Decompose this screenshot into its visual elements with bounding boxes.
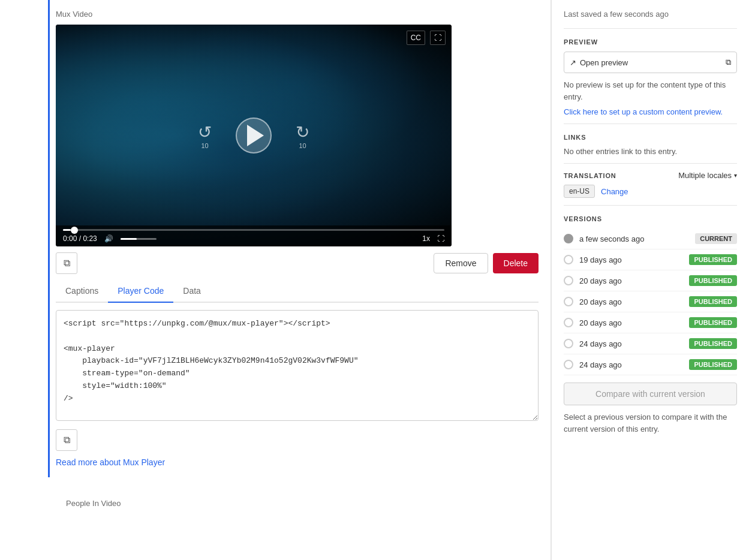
forward-10-button[interactable]: ↻ 10 [296,122,309,149]
replay-label: 10 [201,142,208,149]
action-buttons: Remove Delete [434,253,539,273]
change-locale-link[interactable]: Change [601,187,628,196]
tab-captions[interactable]: Captions [56,280,108,303]
play-button[interactable] [236,118,272,153]
divider-3 [564,163,737,164]
version-time-4: 20 days ago [579,297,622,306]
locale-row: en-US Change [564,185,737,198]
version-time-6: 24 days ago [579,339,622,348]
locale-tag: en-US [564,185,595,198]
translation-heading: TRANSLATION [564,172,616,179]
progress-dot [71,227,78,234]
multiple-locales-label: Multiple locales [678,171,732,180]
chevron-down-icon: ▾ [734,172,737,179]
tab-player-code[interactable]: Player Code [108,280,173,303]
replay-10-button[interactable]: ↺ 10 [198,122,212,149]
custom-preview-link[interactable]: Click here to set up a custom content pr… [564,107,723,116]
version-radio-7[interactable] [564,360,573,369]
version-time-7: 24 days ago [579,360,622,369]
open-preview-inner: ↗ Open preview [570,58,628,67]
version-item: 20 days ago PUBLISHED [564,312,737,333]
preview-heading: PREVIEW [564,38,737,46]
video-center-controls: ↺ 10 ↻ 10 [198,118,309,153]
read-more-link[interactable]: Read more about Mux Player [56,457,165,467]
version-item: 19 days ago PUBLISHED [564,249,737,270]
version-time-3: 20 days ago [579,276,622,285]
video-player: CC ⛶ ↺ 10 ↻ 10 [56,25,452,246]
play-icon [247,125,264,146]
controls-right: 1x ⛶ [422,234,444,243]
section-label: Mux Video [56,10,539,19]
volume-fill [121,238,137,240]
select-version-text: Select a previous version to compare it … [564,411,737,435]
version-time-1: a few seconds ago [579,234,644,243]
code-textarea[interactable]: <script src="https://unpkg.com/@mux/mux-… [56,310,539,421]
copy-button-below[interactable]: ⧉ [56,429,77,451]
volume-icon[interactable]: 🔊 [104,234,113,243]
version-radio-5[interactable] [564,318,573,327]
tab-data[interactable]: Data [173,280,210,303]
version-radio-4[interactable] [564,297,573,306]
version-time-2: 19 days ago [579,255,622,264]
left-panel: Mux Video CC ⛶ ↺ 10 [0,0,551,560]
version-left: 20 days ago [564,297,622,306]
versions-list: a few seconds ago CURRENT 19 days ago PU… [564,228,737,375]
badge-published-7: PUBLISHED [689,359,737,370]
forward-label: 10 [299,142,306,149]
version-item: 24 days ago PUBLISHED [564,354,737,375]
version-time-5: 20 days ago [579,318,622,327]
remove-button[interactable]: Remove [434,253,488,273]
controls-left: 0:00 / 0:23 🔊 [63,234,157,243]
speed-control[interactable]: 1x [422,234,430,243]
volume-slider[interactable] [121,238,157,240]
progress-fill [63,229,71,231]
copy-preview-icon: ⧉ [726,58,731,67]
video-top-controls: CC ⛶ [407,31,446,45]
copy-button-top[interactable]: ⧉ [56,252,77,274]
version-left: 24 days ago [564,339,622,348]
badge-published-5: PUBLISHED [689,317,737,328]
version-radio-2[interactable] [564,255,573,264]
multiple-locales-button[interactable]: Multiple locales ▾ [678,171,737,180]
tabs: Captions Player Code Data [56,280,539,303]
badge-current: CURRENT [695,233,737,244]
forward-icon: ↻ [296,122,309,142]
video-bottom-bar: 0:00 / 0:23 🔊 1x ⛶ [56,225,452,246]
external-link-icon: ↗ [570,58,576,67]
version-item: 24 days ago PUBLISHED [564,333,737,354]
version-left: 20 days ago [564,276,622,285]
right-panel: Last saved a few seconds ago PREVIEW ↗ O… [551,0,749,560]
version-radio-6[interactable] [564,339,573,348]
divider-1 [564,28,737,29]
delete-button[interactable]: Delete [493,253,539,273]
fullscreen-button[interactable]: ⛶ [430,31,446,45]
replay-icon: ↺ [198,122,212,142]
version-left: a few seconds ago [564,234,644,243]
video-controls-bottom: 0:00 / 0:23 🔊 1x ⛶ [63,234,444,243]
compare-button[interactable]: Compare with current version [564,383,737,405]
version-item: 20 days ago PUBLISHED [564,291,737,312]
people-section-label: People In Video [66,499,539,508]
cc-button[interactable]: CC [407,31,425,45]
preview-note: No preview is set up for the content typ… [564,79,737,103]
open-preview-label: Open preview [580,58,628,67]
links-text: No other entries link to this entry. [564,147,737,156]
version-radio-current[interactable] [564,234,573,243]
badge-published-4: PUBLISHED [689,296,737,307]
video-toolbar: ⧉ Remove Delete [56,252,539,274]
version-radio-3[interactable] [564,276,573,285]
badge-published-3: PUBLISHED [689,275,737,286]
divider-2 [564,124,737,124]
divider-4 [564,205,737,206]
saved-text: Last saved a few seconds ago [564,10,737,19]
version-left: 24 days ago [564,360,622,369]
fullscreen-icon[interactable]: ⛶ [437,234,444,243]
progress-bar[interactable] [63,229,444,231]
people-section: People In Video [48,489,551,523]
links-heading: LINKS [564,134,737,141]
versions-heading: VERSIONS [564,215,737,222]
badge-published-2: PUBLISHED [689,254,737,265]
version-left: 19 days ago [564,255,622,264]
badge-published-6: PUBLISHED [689,338,737,349]
open-preview-button[interactable]: ↗ Open preview ⧉ [564,52,737,73]
